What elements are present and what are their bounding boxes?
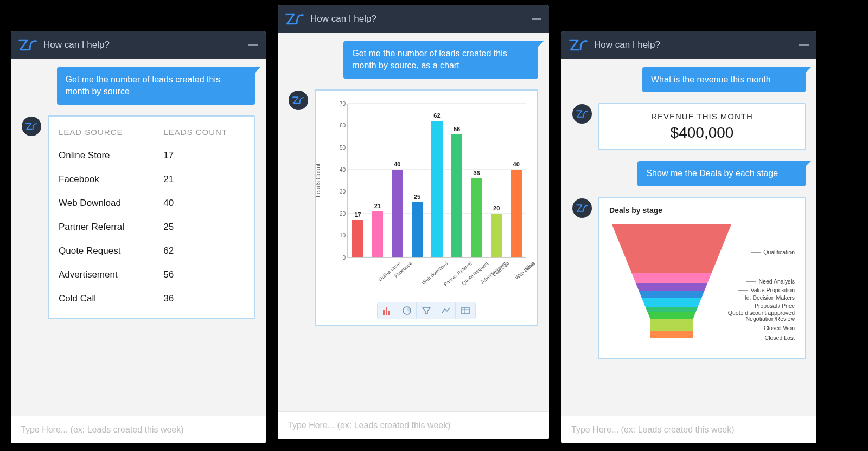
chart-type-line-icon[interactable] — [436, 302, 456, 319]
chart-bar: 36Cold Call — [471, 178, 482, 257]
chat-panel-table: How can I help? Get me the number of lea… — [11, 31, 266, 443]
chart-bar-value: 20 — [493, 205, 500, 211]
chart-type-bar-icon[interactable] — [378, 302, 397, 319]
svg-rect-2 — [388, 311, 390, 315]
cell-count: 36 — [163, 293, 244, 304]
chat-input[interactable]: Type Here... (ex: Leads created this wee… — [11, 416, 266, 443]
panel-header: How can I help? — [561, 31, 816, 59]
funnel-chart: QualificationNeed AnalysisValue Proposit… — [609, 219, 795, 355]
chart-ytick: 50 — [335, 144, 346, 150]
zia-logo-icon — [18, 39, 37, 51]
cell-count: 62 — [163, 246, 244, 256]
chart-bar-value: 17 — [354, 211, 361, 218]
cell-count: 25 — [163, 222, 244, 233]
funnel-slice — [612, 224, 731, 273]
cell-source: Facebook — [59, 174, 163, 185]
chart-xtick: Chat — [524, 261, 535, 272]
funnel-slice — [636, 283, 708, 291]
funnel-slice — [631, 273, 711, 283]
panel-body: What is the revenue this month REVENUE T… — [561, 59, 816, 443]
chart-bar: 56Advertisement — [451, 134, 462, 257]
col-header-count: LEADS COUNT — [163, 127, 244, 137]
funnel-svg — [609, 219, 734, 344]
panel-header: How can I help? — [11, 31, 266, 59]
cell-source: Web Download — [59, 198, 163, 209]
chart-bar: 20Web Demo — [491, 214, 502, 257]
svg-rect-1 — [386, 307, 387, 315]
bot-message-row: Leads Count 01020304050607017Online Stor… — [289, 89, 538, 326]
revenue-label: REVENUE THIS MONTH — [609, 112, 795, 121]
leads-table-card: LEAD SOURCE LEADS COUNT Online Store17Fa… — [48, 115, 255, 319]
funnel-slice — [646, 307, 698, 312]
funnel-slice — [648, 312, 696, 319]
bar-chart: Leads Count 01020304050607017Online Stor… — [321, 98, 532, 299]
minimize-button[interactable] — [532, 18, 541, 20]
bot-message-row: Deals by stage QualificationNeed Analysi… — [572, 197, 806, 359]
table-row: Facebook21 — [59, 167, 244, 191]
leads-chart-card: Leads Count 01020304050607017Online Stor… — [315, 89, 538, 326]
panel-title: How can I help? — [43, 40, 248, 50]
chart-ytick: 30 — [335, 189, 346, 195]
chat-area: Get me the number of leads created this … — [11, 59, 266, 416]
cell-source: Cold Call — [59, 293, 163, 304]
funnel-title: Deals by stage — [609, 206, 795, 215]
chart-ytick: 10 — [335, 233, 346, 239]
panel-title: How can I help? — [310, 14, 532, 24]
revenue-value: $400,000 — [609, 124, 795, 141]
user-message: Get me the number of leads created this … — [343, 41, 538, 79]
chart-type-pie-icon[interactable] — [397, 302, 417, 319]
cell-source: Online Store — [59, 150, 163, 161]
bot-message-row: LEAD SOURCE LEADS COUNT Online Store17Fa… — [22, 115, 255, 319]
chart-ytick: 40 — [335, 166, 346, 172]
chart-ytick: 0 — [335, 254, 346, 260]
chat-area: Get me the number of leads created this … — [278, 33, 549, 411]
chart-bar: 40Web download — [392, 170, 403, 257]
chart-type-funnel-icon[interactable] — [417, 302, 436, 319]
panel-header: How can I help? — [278, 5, 549, 33]
chart-type-table-icon[interactable] — [456, 302, 475, 319]
minimize-button[interactable] — [248, 44, 258, 46]
funnel-slice — [639, 291, 704, 298]
user-message: Get me the number of leads created this … — [57, 67, 256, 105]
funnel-slice — [650, 331, 693, 338]
chart-bar: 25Partner Referral — [412, 202, 423, 257]
zia-avatar-icon — [289, 91, 308, 110]
chart-bar-value: 62 — [433, 112, 440, 119]
user-message: What is the revenue this month — [642, 67, 806, 92]
funnel-stage-label: Id. Decision Makers — [745, 294, 795, 301]
chart-ylabel: Leads Count — [315, 164, 321, 197]
chart-ytick: 70 — [335, 100, 346, 106]
chart-bar-value: 56 — [454, 126, 460, 132]
chart-bar-value: 21 — [374, 203, 381, 209]
chart-bar-value: 40 — [513, 161, 520, 167]
user-message: Show me the Deals by each stage — [637, 161, 806, 186]
funnel-stage-label: Qualification — [763, 249, 795, 255]
chart-bar: 21Facebook — [372, 211, 383, 257]
zia-logo-icon — [569, 39, 588, 51]
table-row: Quote Request62 — [59, 239, 244, 263]
bot-message-row: REVENUE THIS MONTH $400,000 — [572, 103, 806, 150]
chart-plot-area: 01020304050607017Online Store21Facebook4… — [347, 104, 526, 258]
chart-type-toolbar — [377, 302, 476, 319]
svg-rect-0 — [383, 310, 385, 315]
table-row: Advertisement56 — [59, 263, 244, 287]
funnel-stage-label: Need Analysis — [758, 278, 795, 285]
minimize-button[interactable] — [799, 44, 809, 46]
zia-logo-icon — [285, 13, 304, 25]
chart-bar-value: 40 — [394, 161, 400, 167]
chart-ytick: 60 — [335, 123, 346, 128]
cell-count: 56 — [163, 269, 244, 280]
zia-avatar-icon — [572, 104, 592, 124]
table-row: Online Store17 — [59, 144, 244, 167]
panel-title: How can I help? — [594, 40, 799, 50]
cell-count: 21 — [163, 174, 244, 185]
chat-input[interactable]: Type Here... (ex: Leads created this wee… — [278, 411, 549, 439]
cell-count: 17 — [163, 150, 244, 161]
chat-input[interactable]: Type Here... (ex: Leads created this wee… — [561, 416, 816, 443]
funnel-slice — [642, 298, 701, 307]
cell-source: Quote Request — [59, 246, 163, 256]
table-row: Cold Call36 — [59, 287, 244, 311]
chat-panel-chart: How can I help? Get me the number of lea… — [278, 5, 549, 439]
chart-bar: 40Chat — [511, 170, 522, 257]
chart-bar-value: 25 — [414, 194, 420, 200]
